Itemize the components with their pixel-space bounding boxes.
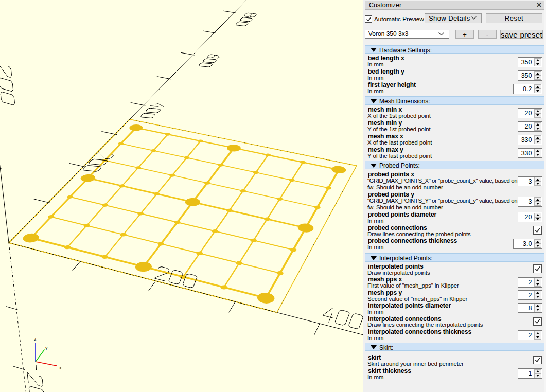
svg-text:y: y [45, 345, 48, 350]
svg-text:z: z [34, 336, 37, 342]
svg-text:x: x [59, 365, 62, 370]
